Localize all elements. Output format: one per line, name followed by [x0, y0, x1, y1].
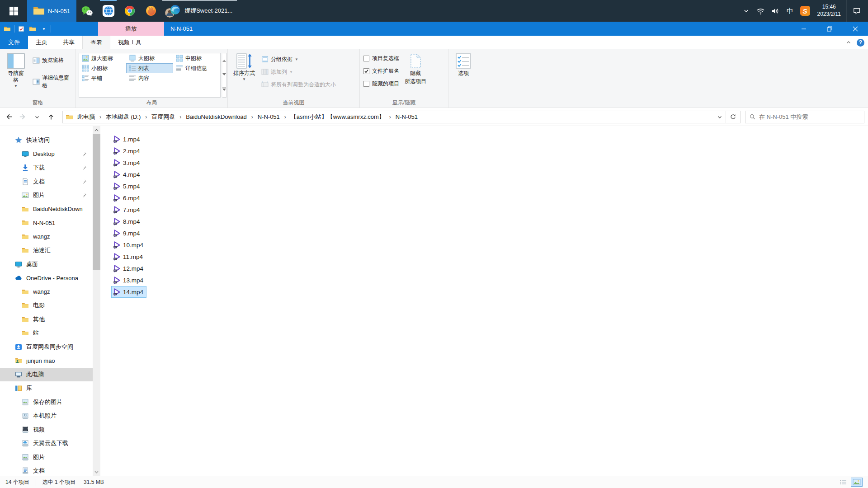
sidebar-item[interactable]: 下载: [0, 161, 100, 175]
file-item[interactable]: 13.mp4: [111, 274, 146, 286]
taskbar-icon-button[interactable]: [119, 0, 140, 22]
taskbar-clock[interactable]: 15:46 2023/2/11: [813, 4, 846, 18]
file-item[interactable]: 4.mp4: [111, 169, 143, 180]
ribbon-tab[interactable]: 文件: [0, 36, 28, 49]
sidebar-item[interactable]: 保存的图片: [0, 395, 100, 409]
options-button[interactable]: 选项: [450, 52, 476, 98]
taskbar-explorer-window-button[interactable]: N-N-051: [27, 0, 76, 22]
help-button[interactable]: ?: [857, 39, 864, 47]
list-view-toggle-icon[interactable]: [837, 478, 849, 487]
sidebar-item[interactable]: 百度网盘同步空间: [0, 340, 100, 354]
breadcrumb-item[interactable]: BaiduNetdiskDownload ›: [184, 112, 255, 122]
file-item[interactable]: 11.mp4: [111, 251, 146, 263]
layout-gallery-item[interactable]: 详细信息: [173, 63, 220, 73]
sidebar-item[interactable]: 桌面: [0, 258, 100, 272]
sidebar-item[interactable]: 快速访问: [0, 133, 100, 147]
sidebar-scrollbar[interactable]: [93, 126, 100, 476]
volume-icon[interactable]: [769, 0, 782, 22]
ribbon-tab[interactable]: 视频工具: [110, 36, 149, 49]
file-item[interactable]: 3.mp4: [111, 157, 143, 169]
pane-toggle-button[interactable]: 详细信息窗格: [31, 73, 73, 90]
sidebar-item[interactable]: N-N-051: [0, 216, 100, 230]
close-button[interactable]: [842, 22, 868, 36]
contextual-tab-header[interactable]: 播放: [98, 22, 164, 36]
layout-gallery-item[interactable]: 内容: [126, 73, 173, 83]
sidebar-item[interactable]: BaiduNetdiskDown: [0, 202, 100, 216]
folder-icon[interactable]: [3, 22, 12, 36]
show-hide-checkbox[interactable]: 项目复选框: [363, 53, 400, 64]
breadcrumb-item[interactable]: N-N-051 ›: [256, 112, 289, 122]
sidebar-item[interactable]: OneDrive - Persona: [0, 271, 100, 285]
taskbar-icon-button[interactable]: [76, 0, 98, 22]
show-hide-checkbox[interactable]: 隐藏的项目: [363, 78, 400, 89]
up-arrow-icon[interactable]: [45, 111, 57, 123]
file-item[interactable]: 9.mp4: [111, 227, 143, 239]
view-option-button[interactable]: 分组依据 ▼: [259, 54, 338, 65]
breadcrumb-item[interactable]: N-N-051 ›: [394, 112, 420, 122]
view-option-button[interactable]: 添加列 ▼: [259, 66, 338, 77]
ribbon-tab[interactable]: 主页: [28, 36, 55, 49]
sidebar-item[interactable]: 图片: [0, 188, 100, 202]
back-arrow-icon[interactable]: [3, 111, 15, 123]
layout-gallery-item[interactable]: 小图标: [79, 63, 126, 73]
scroll-down-icon[interactable]: [93, 468, 100, 476]
sidebar-item[interactable]: 其他: [0, 313, 100, 327]
file-item[interactable]: 5.mp4: [111, 180, 143, 192]
folder-icon[interactable]: [28, 22, 37, 36]
address-bar[interactable]: 此电脑 › 本地磁盘 (D:) › 百度网盘 › BaiduNetdiskDow…: [62, 111, 741, 123]
sogou-icon[interactable]: S: [798, 0, 812, 22]
taskbar-icon-button[interactable]: [140, 0, 161, 22]
ribbon-tab[interactable]: 共享: [55, 36, 82, 49]
refresh-icon[interactable]: [726, 111, 740, 123]
start-button[interactable]: [0, 0, 27, 22]
restore-button[interactable]: [816, 22, 842, 36]
collapse-ribbon-chevron-icon[interactable]: [846, 40, 851, 45]
hide-selected-items-button[interactable]: 隐藏 所选项目: [402, 52, 429, 98]
sidebar-item[interactable]: wangz: [0, 285, 100, 299]
sidebar-item[interactable]: 油迷汇: [0, 244, 100, 258]
breadcrumb-item[interactable]: 本地磁盘 (D:) ›: [104, 112, 150, 122]
sidebar-item[interactable]: 视频: [0, 423, 100, 437]
gallery-up-icon[interactable]: [222, 59, 226, 62]
breadcrumb-item[interactable]: 【asmr小站】【www.asmrxz.com】 ›: [289, 112, 394, 122]
navigation-pane-button[interactable]: 导航窗格 ▼: [3, 52, 29, 98]
hidden-icons-chevron-icon[interactable]: [740, 0, 753, 22]
ime-indicator[interactable]: 中: [783, 7, 797, 15]
layout-gallery-item[interactable]: 超大图标: [79, 53, 126, 63]
recent-locations-chevron-icon[interactable]: [31, 111, 43, 123]
file-item[interactable]: 14.mp4: [111, 286, 146, 298]
file-item[interactable]: 6.mp4: [111, 192, 143, 204]
pane-toggle-button[interactable]: 预览窗格: [31, 56, 73, 65]
minimize-button[interactable]: [791, 22, 816, 36]
sort-by-button[interactable]: 排序方式 ▼: [231, 52, 258, 98]
sidebar-item[interactable]: wangz: [0, 230, 100, 244]
file-item[interactable]: 1.mp4: [111, 133, 143, 145]
taskbar-icon-button[interactable]: [98, 0, 119, 22]
gallery-more-icon[interactable]: [222, 87, 226, 91]
layout-gallery-item[interactable]: 中图标: [173, 53, 220, 63]
sidebar-item[interactable]: 此电脑: [0, 368, 100, 382]
sidebar-item[interactable]: 本机照片: [0, 409, 100, 423]
breadcrumb-item[interactable]: 此电脑 ›: [75, 112, 104, 122]
show-hide-checkbox[interactable]: 文件扩展名: [363, 66, 400, 76]
gallery-down-icon[interactable]: [222, 73, 226, 76]
search-input[interactable]: [759, 113, 860, 120]
sidebar-item[interactable]: 站: [0, 326, 100, 340]
layout-gallery-item[interactable]: 平铺: [79, 73, 126, 83]
thumbnail-view-toggle-icon[interactable]: [851, 478, 863, 487]
sidebar-item[interactable]: 文档: [0, 464, 100, 476]
address-dropdown-chevron-icon[interactable]: [714, 111, 726, 123]
file-item[interactable]: 12.mp4: [111, 263, 146, 274]
taskbar-edge-task-button[interactable]: 娜娜Sweet-2021...: [161, 0, 238, 22]
search-box[interactable]: [745, 111, 864, 123]
file-item[interactable]: 10.mp4: [111, 239, 146, 251]
layout-gallery-item[interactable]: 大图标: [126, 53, 173, 63]
sidebar-item[interactable]: 天翼云盘下载: [0, 436, 100, 450]
sidebar-item[interactable]: 电影: [0, 299, 100, 313]
view-option-button[interactable]: 将所有列调整为合适的大小: [259, 79, 338, 90]
scroll-up-icon[interactable]: [93, 126, 100, 134]
sidebar-item[interactable]: 图片: [0, 450, 100, 465]
file-item[interactable]: 7.mp4: [111, 204, 143, 216]
file-item[interactable]: 8.mp4: [111, 216, 143, 227]
ribbon-tab[interactable]: 查看: [82, 36, 110, 49]
